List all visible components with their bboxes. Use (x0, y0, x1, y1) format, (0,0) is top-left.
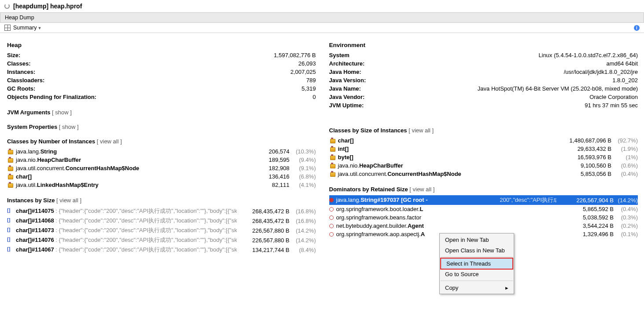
jvmargs-show-link[interactable]: [ show ] (52, 109, 72, 116)
row-percent: (0.6%) (611, 162, 638, 169)
instance-row[interactable]: char[]#114076 : {"header":{"code":"200",… (7, 235, 316, 245)
row-percent: (0.4%) (614, 206, 638, 212)
row-percent: (14.2%) (290, 227, 316, 234)
instance-row[interactable]: char[]#114067 : {"header":{"code":"200",… (7, 245, 316, 255)
array-icon (7, 228, 13, 233)
row-percent: (4.1%) (290, 182, 316, 188)
kv-row: Java Name:Java HotSpot(TM) 64-Bit Server… (329, 84, 638, 93)
kv-value: 2,007,025 (291, 69, 316, 75)
class-icon (7, 166, 13, 171)
class-row[interactable]: java.util.LinkedHashMap$Entry82,111(4.1%… (7, 181, 316, 189)
kv-value: Oracle Corporation (589, 94, 638, 100)
class-row[interactable]: java.nio.HeapCharBuffer9,100,560 B(0.6%) (329, 161, 638, 170)
array-icon (7, 208, 13, 214)
row-percent: (9.4%) (290, 157, 316, 163)
class-row[interactable]: byte[]16,593,976 B(1%) (329, 153, 638, 161)
window-title: [heapdump] heap.hprof (0, 0, 644, 13)
heap-section-title: Heap (7, 42, 316, 48)
row-percent: (14.2%) (614, 197, 638, 204)
dot-icon (329, 198, 334, 202)
dominator-row[interactable]: org.springframework.beans.factortory#15,… (329, 213, 638, 222)
kv-row: Java Vendor:Oracle Corporation (329, 93, 638, 101)
row-number: 29,633,432 B (559, 146, 611, 152)
class-icon (7, 174, 13, 179)
dominator-row[interactable]: org.springframework.boot.loader.L5,865,5… (329, 205, 638, 213)
breadcrumb[interactable]: Heap Dump (0, 13, 644, 23)
ctx-open-new-tab[interactable]: Open in New Tab (440, 234, 514, 245)
row-percent: (92.7%) (611, 137, 638, 144)
row-size: 268,435,472 B (237, 218, 290, 224)
class-row[interactable]: char[]136,416(6.8%) (7, 172, 316, 181)
kv-row: Size:1,597,082,776 B (7, 51, 316, 59)
kv-row: JVM Uptime:91 hrs 37 min 55 sec (329, 101, 638, 109)
row-number: 206,574 (237, 148, 290, 155)
kv-value: 91 hrs 37 min 55 sec (585, 102, 638, 109)
kv-key: Java Version: (329, 77, 366, 84)
class-row[interactable]: java.util.concurrent.ConcurrentHashMap$N… (329, 170, 638, 178)
instance-row[interactable]: char[]#114068 : {"header":{"code":"200",… (7, 216, 316, 226)
row-size: 226,567,880 B (237, 227, 290, 234)
row-size: 134,217,744 B (237, 247, 290, 253)
row-size: 226,567,880 B (237, 237, 290, 244)
kv-key: Objects Pending for Finalization: (7, 94, 96, 100)
class-row[interactable]: java.util.concurrent.ConcurrentHashMap$N… (7, 164, 316, 172)
row-percent: (9.1%) (290, 165, 316, 171)
class-icon (329, 146, 335, 152)
row-percent: (0.3%) (614, 214, 638, 221)
dominator-row[interactable]: java.lang.String#197037 [GC root - 200",… (329, 195, 638, 205)
array-icon (7, 218, 13, 223)
instance-row[interactable]: char[]#114073 : {"header":{"code":"200",… (7, 226, 316, 235)
row-percent: (1%) (611, 154, 638, 160)
class-icon (329, 138, 335, 143)
kv-key: Size: (7, 52, 20, 58)
kv-value: /usr/local/jdk/jdk1.8.0_202/jre (564, 69, 638, 75)
row-size: 5,038,592 B (556, 214, 614, 221)
class-icon (7, 182, 13, 188)
class-icon (329, 171, 335, 177)
class-row[interactable]: int[]29,633,432 B(1.9%) (329, 145, 638, 153)
row-number: 82,111 (237, 182, 290, 188)
kv-value: 26,093 (298, 60, 316, 67)
kv-key: GC Roots: (7, 85, 35, 92)
kv-row: Objects Pending for Finalization:0 (7, 93, 316, 101)
kv-row: Instances:2,007,025 (7, 68, 316, 76)
dom-viewall-link[interactable]: [ view all ] (409, 186, 434, 193)
ibs-header: Instances by Size [ view all ] (7, 197, 316, 204)
kv-row: Java Home:/usr/local/jdk/jdk1.8.0_202/jr… (329, 68, 638, 76)
kv-key: Java Vendor: (329, 94, 365, 100)
sysprops-show-link[interactable]: [ show ] (59, 124, 79, 130)
cni-viewall-link[interactable]: [ view all ] (97, 138, 122, 145)
kv-row: GC Roots:5,319 (7, 84, 316, 93)
info-icon[interactable]: i (634, 25, 640, 31)
kv-value: 789 (306, 77, 316, 84)
kv-row: Classloaders:789 (7, 76, 316, 84)
dot-icon (329, 224, 334, 228)
kv-key: System (329, 52, 350, 58)
csi-viewall-link[interactable]: [ view all ] (408, 127, 434, 134)
class-row[interactable]: java.lang.String206,574(10.3%) (7, 147, 316, 156)
row-number: 189,595 (237, 157, 290, 163)
kv-key: Java Home: (329, 69, 361, 75)
array-icon (7, 237, 13, 243)
row-percent: (16.8%) (290, 218, 316, 224)
kv-key: Classes: (7, 60, 30, 67)
sysprops-header: System Properties [ show ] (7, 124, 316, 130)
ctx-open-class-new-tab[interactable]: Open Class in New Tab (440, 245, 514, 255)
kv-row: Java Version:1.8.0_202 (329, 76, 638, 84)
array-icon (7, 247, 13, 252)
row-number: 9,100,560 B (559, 162, 611, 169)
kv-row: Architecture:amd64 64bit (329, 59, 638, 68)
class-row[interactable]: char[]1,480,687,096 B(92.7%) (329, 136, 638, 145)
dominator-row[interactable]: net.bytebuddy.agent.builder.Agentformer#… (329, 222, 638, 230)
class-icon (329, 155, 335, 160)
ibs-viewall-link[interactable]: [ view all ] (56, 197, 81, 204)
row-size: 1,329,496 B (556, 231, 614, 237)
kv-value: 1,597,082,776 B (274, 52, 316, 58)
view-dropdown[interactable]: Summary▼ (13, 25, 41, 31)
instance-row[interactable]: char[]#114075 : {"header":{"code":"200",… (7, 206, 316, 216)
class-row[interactable]: java.nio.HeapCharBuffer189,595(9.4%) (7, 156, 316, 164)
kv-row: SystemLinux (5.4.54-1.0.0.std7c.el7.2.x8… (329, 51, 638, 59)
row-percent: (6.8%) (290, 173, 316, 180)
dot-icon (329, 215, 334, 220)
kv-row: Classes:26,093 (7, 59, 316, 68)
